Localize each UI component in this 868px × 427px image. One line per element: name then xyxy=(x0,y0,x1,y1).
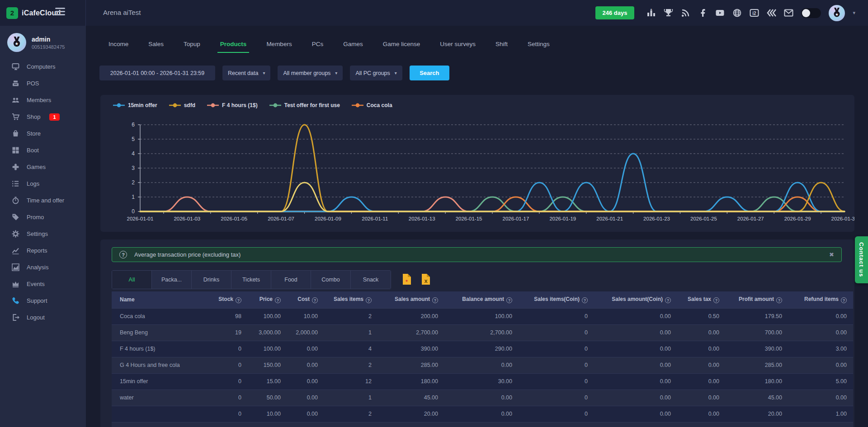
table-row-g-4-hours-and-free-cola[interactable]: G 4 Hours and free cola0150.000.002285.0… xyxy=(112,357,853,373)
facebook-icon[interactable] xyxy=(698,8,708,18)
help-icon[interactable]: ? xyxy=(119,251,127,258)
column-header-sales-amount[interactable]: Sales amount? xyxy=(378,291,444,308)
icafe-icon[interactable]: i2 xyxy=(750,8,759,18)
column-header-sales-items-coin-[interactable]: Sales items(Coin)? xyxy=(519,291,594,308)
category-tab-tickets[interactable]: Tickets xyxy=(231,271,271,289)
sidebar-item-computers[interactable]: Computers xyxy=(0,58,86,75)
sidebar-item-time-and-offer[interactable]: Time and offer xyxy=(0,192,86,209)
hamburger-menu-icon[interactable] xyxy=(55,8,65,17)
youtube-icon[interactable] xyxy=(715,8,725,18)
chevron-down-icon: ▾ xyxy=(395,70,397,75)
column-header-cost[interactable]: Cost? xyxy=(287,291,324,308)
ranking-icon[interactable]: ★ xyxy=(646,8,656,18)
table-row-water[interactable]: water050.000.00145.000.0000.000.0045.000… xyxy=(112,389,853,406)
member-group-select[interactable]: All member groups ▾ xyxy=(278,66,343,80)
tab-shift[interactable]: Shift xyxy=(495,41,508,53)
category-tab-snack[interactable]: Snack xyxy=(351,271,391,289)
help-icon[interactable]: ? xyxy=(582,297,588,303)
sidebar-item-pos[interactable]: POS xyxy=(0,75,86,92)
tab-income[interactable]: Income xyxy=(108,41,128,53)
sidebar-item-analysis[interactable]: Analysis xyxy=(0,259,86,276)
globe-icon[interactable] xyxy=(732,8,742,18)
table-row-sdfd[interactable]: sdfd01.000.0087.800.0000.000.007.800.00 xyxy=(112,422,853,427)
filter-bar: 2026-01-01 00:00 - 2026-01-31 23:59 Rece… xyxy=(99,66,449,80)
column-header-sales-items[interactable]: Sales items? xyxy=(324,291,378,308)
trophy-icon[interactable] xyxy=(664,8,673,18)
search-button[interactable]: Search xyxy=(410,66,449,80)
category-tab-all[interactable]: All xyxy=(112,271,152,289)
table-row-beng-beng[interactable]: Beng Beng193,000.002,000.0012,700.002,70… xyxy=(112,324,853,341)
sidebar-profile[interactable]: ★ admin 005193482475 xyxy=(0,26,86,58)
help-icon[interactable]: ? xyxy=(506,297,512,303)
tab-products[interactable]: Products xyxy=(220,41,247,53)
help-icon[interactable]: ? xyxy=(312,297,318,303)
pdf-export-icon[interactable]: ﹡ xyxy=(402,273,411,285)
column-header-sales-tax[interactable]: Sales tax? xyxy=(677,291,726,308)
help-icon[interactable]: ? xyxy=(275,297,281,303)
monitor-icon xyxy=(12,63,19,70)
column-header-stock[interactable]: Stock? xyxy=(212,291,248,308)
sidebar-item-logs[interactable]: Logs xyxy=(0,175,86,192)
gear-icon xyxy=(12,230,19,238)
category-tab-combo[interactable]: Combo xyxy=(311,271,351,289)
category-tab-packa-[interactable]: Packa... xyxy=(152,271,192,289)
category-tab-food[interactable]: Food xyxy=(271,271,311,289)
theme-toggle[interactable] xyxy=(801,8,821,18)
help-icon[interactable]: ? xyxy=(236,297,241,303)
help-icon[interactable]: ? xyxy=(776,297,782,303)
data-preset-select[interactable]: Recent data ▾ xyxy=(222,66,270,80)
chevron-down-icon: ▾ xyxy=(335,70,337,75)
help-icon[interactable]: ? xyxy=(366,297,372,303)
sidebar-item-settings[interactable]: Settings xyxy=(0,225,86,242)
svg-text:2026-01-11: 2026-01-11 xyxy=(362,216,388,221)
help-icon[interactable]: ? xyxy=(665,297,671,303)
sidebar-item-logout[interactable]: Logout xyxy=(0,309,86,326)
table-cell: 0.00 xyxy=(788,324,853,341)
tab-settings[interactable]: Settings xyxy=(528,41,550,53)
column-header-sales-amount-coin-[interactable]: Sales amount(Coin)? xyxy=(594,291,677,308)
rss-icon[interactable] xyxy=(681,8,690,18)
chevron-down-icon[interactable]: ▾ xyxy=(853,10,855,16)
tab-sales[interactable]: Sales xyxy=(148,41,164,53)
sidebar-item-shop[interactable]: Shop1 xyxy=(0,108,86,125)
tab-games[interactable]: Games xyxy=(343,41,363,53)
excel-export-icon[interactable]: x xyxy=(421,273,430,285)
table-row-f-4-hours-1-[interactable]: F 4 hours (1$)0100.000.004390.00290.0000… xyxy=(112,341,853,357)
help-icon[interactable]: ? xyxy=(432,297,438,303)
sidebar-item-members[interactable]: Members xyxy=(0,92,86,108)
column-header-refund-items[interactable]: Refund items? xyxy=(788,291,853,308)
pc-group-select[interactable]: All PC groups ▾ xyxy=(350,66,402,80)
date-range-input[interactable]: 2026-01-01 00:00 - 2026-01-31 23:59 xyxy=(99,66,215,80)
column-header-name[interactable]: Name xyxy=(112,291,212,308)
contact-us-button[interactable]: Contact us xyxy=(855,236,868,283)
avatar[interactable]: ★ xyxy=(829,5,845,21)
sidebar-item-reports[interactable]: Reports xyxy=(0,242,86,259)
tab-user-surveys[interactable]: User surveys xyxy=(440,41,476,53)
category-tab-drinks[interactable]: Drinks xyxy=(192,271,231,289)
close-icon[interactable]: ✖ xyxy=(829,251,834,258)
tab-members[interactable]: Members xyxy=(266,41,292,53)
column-header-balance-amount[interactable]: Balance amount? xyxy=(444,291,519,308)
sidebar-item-boot[interactable]: Boot xyxy=(0,142,86,159)
mail-icon[interactable] xyxy=(784,8,793,18)
column-header-profit-amount[interactable]: Profit amount? xyxy=(726,291,788,308)
sidebar-item-store[interactable]: Store xyxy=(0,125,86,142)
sidebar-item-games[interactable]: Games xyxy=(0,159,86,175)
license-days-badge[interactable]: 246 days xyxy=(595,6,635,19)
chevrons-icon[interactable] xyxy=(767,8,776,18)
tab-pcs[interactable]: PCs xyxy=(312,41,324,53)
svg-text:2026-01-07: 2026-01-07 xyxy=(268,216,294,221)
table-cell: 0 xyxy=(519,324,594,341)
tab-game-license[interactable]: Game license xyxy=(383,41,420,53)
table-cell: 2,700.00 xyxy=(444,324,519,341)
sidebar-item-support[interactable]: Support xyxy=(0,292,86,309)
table-row-15min-offer[interactable]: 15min offer015.000.0012180.0030.0000.000… xyxy=(112,373,853,389)
table-row-coca-cola[interactable]: Coca cola98100.0010.002200.00100.0000.00… xyxy=(112,308,853,324)
sidebar-item-events[interactable]: Events xyxy=(0,276,86,292)
table-row-blank[interactable]: 010.000.00220.000.0000.000.0020.001.00 xyxy=(112,406,853,422)
help-icon[interactable]: ? xyxy=(713,297,719,303)
tab-topup[interactable]: Topup xyxy=(184,41,200,53)
column-header-price[interactable]: Price? xyxy=(248,291,287,308)
sidebar-item-promo[interactable]: Promo xyxy=(0,209,86,225)
help-icon[interactable]: ? xyxy=(841,297,847,303)
